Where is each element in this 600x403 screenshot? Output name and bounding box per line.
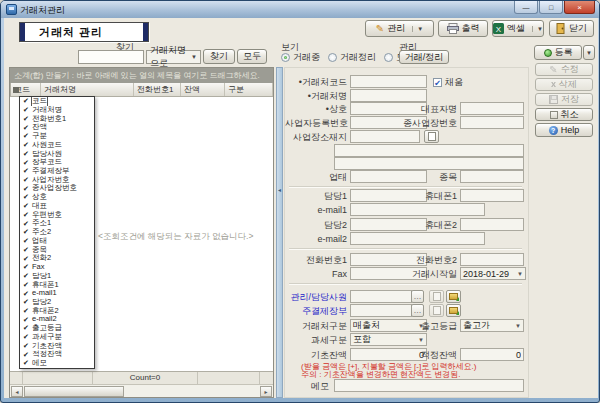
manager-input[interactable] <box>350 290 412 303</box>
client-code-input[interactable] <box>350 75 427 88</box>
column-menu-item[interactable]: ✔우편번호 <box>20 211 94 220</box>
search-input[interactable] <box>78 50 144 64</box>
column-menu-item[interactable]: ✔담당사원 <box>20 149 94 158</box>
column-menu-item[interactable]: ✔대표 <box>20 202 94 211</box>
print-button[interactable]: 출력 <box>438 20 488 37</box>
column-menu-item[interactable]: ✔잔액 <box>20 123 94 132</box>
maximize-button[interactable]: □ <box>539 1 563 14</box>
row-selector-header[interactable] <box>10 83 11 96</box>
column-menu-label: 사원코드 <box>32 141 62 150</box>
delete-button[interactable]: x 삭제 <box>535 78 593 91</box>
mobile2-input[interactable] <box>460 218 524 231</box>
column-menu-item[interactable]: ✔출고등급 <box>20 324 94 333</box>
address-search-button[interactable] <box>424 130 439 143</box>
client-name-input[interactable] <box>350 89 427 102</box>
column-menu-item[interactable]: ✔e-mail2 <box>20 315 94 324</box>
sub-business-input[interactable] <box>460 116 524 129</box>
ceo-input[interactable] <box>460 102 524 115</box>
ledger-browse-button[interactable]: … <box>411 304 424 317</box>
help-button[interactable]: ? Help <box>535 123 593 137</box>
manager-clear-button[interactable] <box>429 290 444 303</box>
exit-door-icon <box>556 23 566 34</box>
postcode-input[interactable] <box>350 130 420 143</box>
register-button[interactable]: 등록 <box>534 45 582 60</box>
address-line1-input[interactable] <box>334 144 524 157</box>
column-menu-item[interactable]: ✔종사업장번호 <box>20 184 94 193</box>
splitter-collapse-icon[interactable]: ◄ <box>277 187 282 193</box>
column-menu-item[interactable]: ✔e-mail1 <box>20 289 94 298</box>
column-menu-item[interactable]: ✔담당1 <box>20 272 94 281</box>
excel-button[interactable]: X 엑셀 ▼ <box>492 20 544 37</box>
trade-clear-button[interactable]: 거래/정리 <box>399 50 449 64</box>
column-menu-item[interactable]: ✔담당2 <box>20 298 94 307</box>
column-menu-item[interactable]: ✔장부코드 <box>20 158 94 167</box>
tax-dropdown[interactable]: 포함 ▼ <box>350 333 427 346</box>
close-window-button[interactable]: × <box>564 1 595 14</box>
column-menu-item[interactable]: ✔기초잔액 <box>20 342 94 351</box>
panel-splitter[interactable] <box>276 67 283 398</box>
cancel-icon <box>550 111 558 119</box>
proper-balance-input[interactable] <box>460 348 524 361</box>
group-drag-hint[interactable]: 소계(합) 만들기 : 바로 아래에 있는 열의 제목을 여기로 드래그하세요. <box>10 68 273 83</box>
column-menu-item[interactable]: ✔종목 <box>20 245 94 254</box>
column-menu-item[interactable]: ✔거래처명 <box>20 106 94 115</box>
cancel-button[interactable]: 취소 <box>535 108 593 121</box>
address-line2-input[interactable] <box>334 157 524 170</box>
tel2-input[interactable] <box>460 253 524 266</box>
grid-column-header[interactable]: 구분 <box>225 83 273 96</box>
column-menu-item[interactable]: ✔주소2 <box>20 228 94 237</box>
minimize-button[interactable]: — <box>514 1 538 14</box>
manager-open-button[interactable] <box>446 290 461 303</box>
column-menu-item[interactable]: ✔휴대폰1 <box>20 280 94 289</box>
fill-checkbox[interactable]: ✔ 채움 <box>433 76 463 89</box>
all-button[interactable]: 모두 <box>237 49 267 64</box>
column-menu-item[interactable]: ✔상호 <box>20 193 94 202</box>
ledger-open-button[interactable] <box>446 304 461 317</box>
column-menu-item[interactable]: ✔적정잔액 <box>20 350 94 359</box>
column-menu-item[interactable]: ✔사원코드 <box>20 141 94 150</box>
grid-column-header[interactable]: 거래처명 <box>41 83 134 96</box>
ledger-clear-button[interactable] <box>429 304 444 317</box>
scrollbar-thumb[interactable] <box>24 386 124 397</box>
view-radio[interactable]: 거래정리 <box>328 51 376 64</box>
column-menu-item[interactable]: ✔Fax <box>20 263 94 272</box>
ledger-input[interactable] <box>350 304 412 317</box>
mobile1-input[interactable] <box>460 189 524 202</box>
grade-dropdown[interactable]: 출고가 ▼ <box>460 319 524 332</box>
maximize-icon: □ <box>549 4 553 11</box>
column-menu-item[interactable]: ✔메모 <box>20 359 94 368</box>
memo-input[interactable] <box>334 379 524 392</box>
manager-browse-button[interactable]: … <box>411 290 424 303</box>
edit-button[interactable]: ✎ 수정 <box>535 63 593 76</box>
column-menu-label: 업태 <box>32 237 47 246</box>
start-date-picker[interactable]: 2018-01-29 ▼ <box>460 267 526 280</box>
find-button[interactable]: 찾기 <box>203 49 235 64</box>
column-menu-item[interactable]: ✔과세구분 <box>20 333 94 342</box>
scroll-left-arrow[interactable]: ◄ <box>11 386 23 397</box>
grid-column-header[interactable]: 잔액 <box>181 83 225 96</box>
column-menu-item[interactable]: ✔업태 <box>20 237 94 246</box>
column-menu-item[interactable]: ✔주소1 <box>20 219 94 228</box>
column-menu-item[interactable]: ✔코드 <box>20 97 94 106</box>
column-menu-item[interactable]: ✔주결제장부 <box>20 167 94 176</box>
view-radio[interactable]: 거래중 <box>281 51 320 64</box>
register-dropdown-button[interactable]: ▼ <box>583 45 595 60</box>
email2-input[interactable] <box>350 232 485 245</box>
column-menu-item[interactable]: ✔전화번호1 <box>20 114 94 123</box>
horizontal-scrollbar[interactable]: ◄ ► <box>10 384 273 397</box>
search-mode-dropdown[interactable]: 거래처명으로 ▼ <box>146 50 201 64</box>
grid-column-header[interactable]: 전화번호1 <box>134 83 181 96</box>
ellipsis-icon: … <box>414 293 422 301</box>
address-label: 사업장소재지 <box>285 131 347 143</box>
column-menu-item[interactable]: ✔전화2 <box>20 254 94 263</box>
email1-input[interactable] <box>350 203 485 216</box>
column-menu-item[interactable]: ✔사업자번호 <box>20 176 94 185</box>
scroll-right-arrow[interactable]: ► <box>260 386 272 397</box>
column-menu-item[interactable]: ✔휴대폰2 <box>20 307 94 316</box>
column-menu-item[interactable]: ✔구분 <box>20 132 94 141</box>
manage-menu-button[interactable]: ✎ 관리 ▼ <box>365 20 434 37</box>
business-item-input[interactable] <box>460 170 524 183</box>
tax-label: 과세구분 <box>285 334 347 346</box>
save-button[interactable]: 저장 <box>535 93 593 106</box>
close-page-button[interactable]: 닫기 <box>549 20 594 37</box>
